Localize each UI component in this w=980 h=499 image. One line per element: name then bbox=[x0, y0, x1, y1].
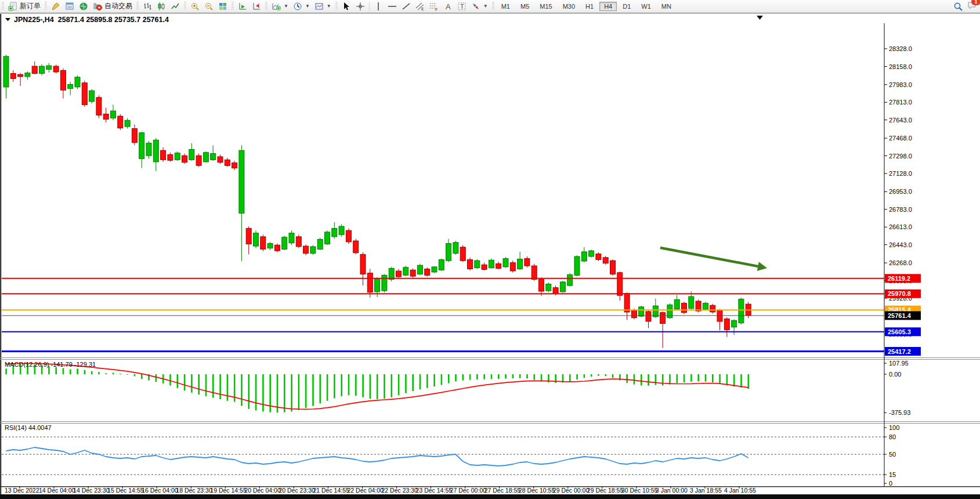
auto-scroll-button[interactable] bbox=[236, 1, 249, 12]
templates-button[interactable]: ▼ bbox=[312, 1, 334, 12]
svg-text:4 Jan 10:55: 4 Jan 10:55 bbox=[724, 487, 756, 494]
svg-text:13 Dec 2022: 13 Dec 2022 bbox=[5, 487, 39, 494]
search-icon[interactable] bbox=[953, 2, 963, 11]
bar-chart-button[interactable] bbox=[140, 1, 154, 12]
notification-badge: 1 bbox=[971, 0, 980, 5]
candlestick-chart-icon bbox=[157, 2, 166, 11]
chart-title[interactable]: JPN225-,H4 25871.4 25895.8 25735.7 25761… bbox=[5, 16, 169, 24]
timeframe-m5-button[interactable]: M5 bbox=[516, 2, 534, 11]
toolbar-separator bbox=[369, 2, 370, 11]
text-icon: A bbox=[443, 2, 453, 11]
svg-text:19 Dec 14:55: 19 Dec 14:55 bbox=[210, 487, 247, 494]
toolbar-grip[interactable] bbox=[45, 2, 47, 10]
new-order-icon bbox=[8, 2, 17, 11]
toolbar-grip[interactable] bbox=[184, 2, 186, 10]
zoom-in-button[interactable] bbox=[188, 1, 202, 12]
svg-text:26953.0: 26953.0 bbox=[889, 188, 912, 195]
svg-text:27983.0: 27983.0 bbox=[889, 81, 912, 88]
navigator-button[interactable] bbox=[77, 1, 91, 12]
text-label-tool-button[interactable]: T bbox=[455, 1, 469, 12]
svg-text:28 Dec 10:55: 28 Dec 10:55 bbox=[519, 487, 555, 494]
svg-text:28328.0: 28328.0 bbox=[889, 45, 912, 52]
svg-text:18 Dec 23:30: 18 Dec 23:30 bbox=[176, 487, 212, 494]
horizontal-line-tool-button[interactable] bbox=[385, 1, 399, 12]
crayon-button[interactable] bbox=[49, 1, 63, 12]
fibonacci-tool-button[interactable]: F bbox=[427, 1, 441, 12]
svg-text:22 Dec 04:00: 22 Dec 04:00 bbox=[348, 487, 384, 494]
toolbar-grip[interactable] bbox=[492, 2, 494, 10]
periods-button[interactable]: ▼ bbox=[291, 1, 312, 12]
candlestick-chart-button[interactable] bbox=[154, 1, 168, 12]
text-label-icon: T bbox=[457, 2, 467, 11]
chart-area[interactable]: JPN225-,H4 25871.4 25895.8 25735.7 25761… bbox=[0, 13, 980, 499]
vertical-line-tool-button[interactable] bbox=[371, 1, 385, 12]
svg-text:27643.0: 27643.0 bbox=[889, 117, 912, 124]
data-window-button[interactable] bbox=[63, 1, 77, 12]
templates-icon bbox=[314, 2, 324, 11]
svg-text:26783.0: 26783.0 bbox=[889, 206, 912, 213]
toolbar-grip[interactable] bbox=[232, 2, 234, 10]
svg-text:27 Dec 00:00: 27 Dec 00:00 bbox=[450, 487, 487, 494]
autotrading-icon bbox=[93, 2, 102, 11]
svg-text:3 Jan 18:55: 3 Jan 18:55 bbox=[690, 487, 722, 494]
toolbar-grip[interactable] bbox=[335, 2, 338, 10]
tile-windows-button[interactable] bbox=[216, 1, 230, 12]
svg-text:50: 50 bbox=[889, 451, 896, 458]
timeframe-w1-button[interactable]: W1 bbox=[637, 2, 656, 11]
timeframe-m1-button[interactable]: M1 bbox=[497, 2, 515, 11]
toolbar-right-icons: 1 bbox=[953, 0, 977, 12]
templates-caret-icon: ▼ bbox=[327, 3, 331, 9]
autotrading-label: 自动交易 bbox=[104, 1, 132, 11]
svg-text:22 Dec 23:30: 22 Dec 23:30 bbox=[382, 487, 418, 494]
timeframe-h4-button[interactable]: H4 bbox=[599, 2, 617, 11]
svg-text:0.00: 0.00 bbox=[889, 371, 901, 378]
equidistant-channel-tool-button[interactable]: E bbox=[413, 1, 427, 12]
svg-text:27813.0: 27813.0 bbox=[889, 99, 912, 106]
notifications-button[interactable]: 1 bbox=[967, 1, 977, 12]
svg-text:21 Dec 14:55: 21 Dec 14:55 bbox=[313, 487, 349, 494]
fibonacci-icon: F bbox=[429, 2, 439, 11]
vertical-line-icon bbox=[374, 2, 383, 11]
timeframe-m15-button[interactable]: M15 bbox=[535, 2, 556, 11]
svg-text:0: 0 bbox=[889, 480, 892, 487]
timeframe-h1-button[interactable]: H1 bbox=[581, 2, 598, 11]
chart-shift-button[interactable] bbox=[249, 1, 263, 12]
new-order-button[interactable]: 新订单 bbox=[6, 1, 43, 12]
text-tool-button[interactable]: A bbox=[441, 1, 455, 12]
svg-text:T: T bbox=[460, 3, 464, 10]
auto-scroll-icon bbox=[238, 2, 247, 11]
bottom-bar bbox=[0, 494, 980, 499]
crayon-icon bbox=[51, 2, 60, 11]
cursor-tool-button[interactable] bbox=[339, 1, 353, 12]
svg-text:26268.0: 26268.0 bbox=[889, 259, 912, 266]
arrows-icon bbox=[471, 2, 480, 11]
indicators-button[interactable]: ▼ bbox=[269, 1, 291, 12]
arrows-tool-button[interactable]: ▼ bbox=[469, 1, 490, 12]
trendline-icon bbox=[402, 2, 411, 11]
equidistant-channel-icon: E bbox=[415, 2, 425, 11]
time-axis[interactable]: 13 Dec 202214 Dec 04:0014 Dec 23:3015 De… bbox=[5, 487, 756, 494]
timeframe-group: M1M5M15M30H1H4D1W1MN bbox=[496, 1, 677, 12]
timeframe-d1-button[interactable]: D1 bbox=[618, 2, 635, 11]
zoom-in-icon bbox=[190, 2, 200, 11]
timeframe-mn-button[interactable]: MN bbox=[657, 2, 676, 11]
svg-text:RSI(14) 44.0047: RSI(14) 44.0047 bbox=[5, 424, 52, 431]
toolbar-grip[interactable] bbox=[265, 2, 267, 10]
timeframe-m30-button[interactable]: M30 bbox=[558, 2, 580, 11]
toolbar-grip[interactable] bbox=[136, 2, 139, 10]
svg-text:MACD(12,26,9) -141.79 -129.31: MACD(12,26,9) -141.79 -129.31 bbox=[5, 361, 96, 368]
line-chart-button[interactable] bbox=[168, 1, 182, 12]
periods-clock-icon bbox=[293, 2, 302, 11]
arrows-caret-icon: ▼ bbox=[483, 3, 488, 9]
trendline-tool-button[interactable] bbox=[399, 1, 413, 12]
zoom-out-button[interactable] bbox=[202, 1, 216, 12]
svg-text:20 Dec 23:30: 20 Dec 23:30 bbox=[279, 487, 315, 494]
toolbar-grip[interactable] bbox=[2, 2, 4, 10]
svg-text:28158.0: 28158.0 bbox=[889, 63, 912, 70]
zoom-out-icon bbox=[204, 2, 214, 11]
bar-chart-icon bbox=[143, 2, 152, 11]
svg-text:23 Dec 14:55: 23 Dec 14:55 bbox=[416, 487, 453, 494]
crosshair-tool-button[interactable] bbox=[353, 1, 367, 12]
autotrading-button[interactable]: 自动交易 bbox=[91, 1, 135, 12]
main-toolbar: 新订单 自动交易 bbox=[0, 0, 980, 13]
